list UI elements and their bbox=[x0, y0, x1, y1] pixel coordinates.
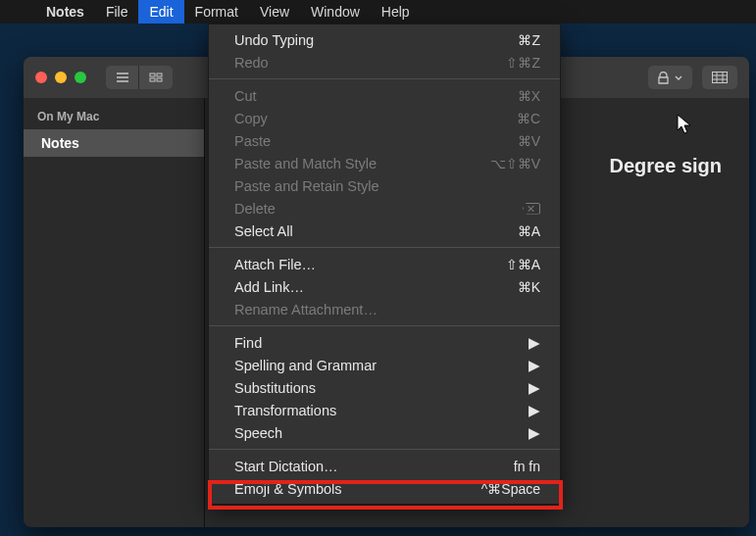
grid-icon bbox=[149, 73, 163, 82]
lock-button[interactable] bbox=[648, 66, 692, 89]
menu-item-label: Rename Attachment… bbox=[234, 302, 540, 317]
menu-item-shortcut: fn fn bbox=[514, 459, 540, 474]
menu-item-label: Undo Typing bbox=[234, 32, 518, 48]
menu-item-shortcut: ⌘V bbox=[518, 133, 540, 149]
menu-item-shortcut: ^⌘Space bbox=[481, 481, 540, 497]
menu-item-emoji-symbols[interactable]: Emoji & Symbols^⌘Space bbox=[209, 477, 560, 500]
zoom-button[interactable] bbox=[75, 72, 86, 83]
menu-item-rename-attachment: Rename Attachment… bbox=[209, 298, 560, 320]
menu-item-attach-file[interactable]: Attach File…⇧⌘A bbox=[209, 253, 560, 275]
menu-item-label: Add Link… bbox=[234, 279, 518, 295]
grid-view-button[interactable] bbox=[139, 66, 173, 89]
note-title: Degree sign bbox=[610, 155, 722, 177]
submenu-arrow-icon: ▶ bbox=[529, 403, 540, 418]
menu-item-cut: Cut⌘X bbox=[209, 84, 560, 107]
menu-item-label: Copy bbox=[234, 111, 517, 126]
menu-item-label: Spelling and Grammar bbox=[234, 358, 529, 373]
sidebar-item-notes[interactable]: Notes bbox=[24, 129, 204, 157]
svg-rect-1 bbox=[157, 73, 162, 76]
menubar-format[interactable]: Format bbox=[184, 0, 249, 24]
menu-item-substitutions[interactable]: Substitutions▶ bbox=[209, 376, 560, 399]
menu-item-shortcut: ⌘C bbox=[517, 111, 540, 126]
table-button[interactable] bbox=[702, 66, 737, 89]
svg-rect-3 bbox=[157, 78, 162, 81]
view-mode-segmented bbox=[106, 66, 173, 89]
menu-item-paste-and-retain-style: Paste and Retain Style bbox=[209, 174, 560, 197]
list-view-button[interactable] bbox=[106, 66, 139, 89]
submenu-arrow-icon: ▶ bbox=[529, 358, 540, 373]
menu-item-transformations[interactable]: Transformations▶ bbox=[209, 399, 560, 421]
lock-icon bbox=[658, 72, 669, 84]
menubar-window[interactable]: Window bbox=[300, 0, 371, 24]
menu-item-label: Delete bbox=[234, 201, 523, 217]
menu-item-shortcut: ⇧⌘Z bbox=[506, 55, 540, 71]
menu-item-speech[interactable]: Speech▶ bbox=[209, 421, 560, 444]
submenu-arrow-icon: ▶ bbox=[529, 425, 540, 441]
menu-item-shortcut: ⌘K bbox=[518, 279, 540, 295]
menu-item-redo: Redo⇧⌘Z bbox=[209, 51, 560, 73]
menu-item-label: Attach File… bbox=[234, 257, 506, 272]
menu-item-shortcut: ⇧⌘A bbox=[506, 257, 540, 272]
menu-item-undo-typing[interactable]: Undo Typing⌘Z bbox=[209, 28, 560, 51]
traffic-lights bbox=[35, 72, 86, 83]
delete-key-icon bbox=[523, 203, 540, 215]
menu-separator bbox=[209, 449, 560, 450]
menu-item-delete: Delete bbox=[209, 197, 560, 219]
submenu-arrow-icon: ▶ bbox=[529, 335, 540, 351]
menu-item-label: Find bbox=[234, 335, 529, 351]
minimize-button[interactable] bbox=[55, 72, 67, 83]
menu-item-add-link[interactable]: Add Link…⌘K bbox=[209, 275, 560, 298]
svg-rect-4 bbox=[713, 73, 728, 83]
menubar-file[interactable]: File bbox=[95, 0, 139, 24]
menu-item-shortcut: ⌘A bbox=[518, 223, 540, 239]
menu-item-label: Speech bbox=[234, 425, 529, 441]
menu-item-paste-and-match-style: Paste and Match Style⌥⇧⌘V bbox=[209, 152, 560, 174]
menu-item-label: Transformations bbox=[234, 403, 529, 418]
menu-item-label: Cut bbox=[234, 88, 518, 104]
menu-item-paste: Paste⌘V bbox=[209, 129, 560, 152]
chevron-down-icon bbox=[675, 75, 682, 80]
menu-item-start-dictation[interactable]: Start Dictation…fn fn bbox=[209, 455, 560, 477]
menu-item-label: Paste and Match Style bbox=[234, 156, 490, 171]
menubar-edit[interactable]: Edit bbox=[138, 0, 183, 24]
menu-item-label: Start Dictation… bbox=[234, 459, 514, 474]
menu-item-shortcut: ⌘X bbox=[518, 88, 540, 104]
menubar-app[interactable]: Notes bbox=[35, 0, 95, 24]
menu-item-copy: Copy⌘C bbox=[209, 107, 560, 129]
menu-item-label: Select All bbox=[234, 223, 518, 239]
menu-separator bbox=[209, 325, 560, 326]
list-icon bbox=[116, 73, 129, 82]
submenu-arrow-icon: ▶ bbox=[529, 380, 540, 396]
menu-item-shortcut: ⌘Z bbox=[518, 32, 540, 48]
menu-item-shortcut: ⌥⇧⌘V bbox=[490, 156, 540, 171]
svg-rect-2 bbox=[150, 78, 155, 81]
sidebar-header: On My Mac bbox=[24, 106, 204, 129]
sidebar: On My Mac Notes bbox=[24, 98, 205, 527]
table-icon bbox=[712, 72, 728, 83]
menubar-view[interactable]: View bbox=[249, 0, 300, 24]
edit-menu-dropdown: Undo Typing⌘ZRedo⇧⌘ZCut⌘XCopy⌘CPaste⌘VPa… bbox=[208, 24, 561, 505]
menu-item-label: Substitutions bbox=[234, 380, 529, 396]
menu-item-label: Paste and Retain Style bbox=[234, 178, 540, 194]
close-button[interactable] bbox=[35, 72, 47, 83]
menu-item-select-all[interactable]: Select All⌘A bbox=[209, 219, 560, 242]
menu-item-label: Paste bbox=[234, 133, 518, 149]
menu-separator bbox=[209, 247, 560, 248]
svg-rect-0 bbox=[150, 73, 155, 76]
menu-item-label: Emoji & Symbols bbox=[234, 481, 481, 497]
menu-item-find[interactable]: Find▶ bbox=[209, 331, 560, 354]
sidebar-item-label: Notes bbox=[41, 135, 79, 151]
menu-item-label: Redo bbox=[234, 55, 506, 71]
menu-separator bbox=[209, 78, 560, 79]
menu-item-spelling-and-grammar[interactable]: Spelling and Grammar▶ bbox=[209, 354, 560, 376]
menubar-help[interactable]: Help bbox=[371, 0, 421, 24]
menubar: Notes File Edit Format View Window Help bbox=[0, 0, 756, 24]
